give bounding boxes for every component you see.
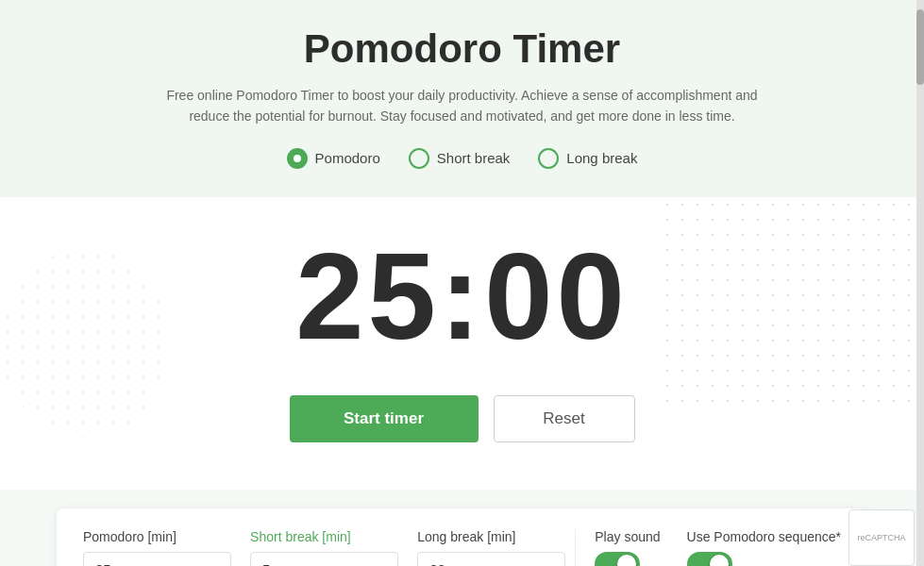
recaptcha-text: reCAPTCHA: [857, 533, 905, 542]
long-break-input[interactable]: [417, 552, 565, 566]
start-timer-button[interactable]: Start timer: [290, 395, 479, 442]
pomodoro-input[interactable]: [83, 552, 231, 566]
play-sound-group: Play sound: [595, 529, 660, 566]
mode-pomodoro[interactable]: Pomodoro: [287, 148, 380, 169]
page-title: Pomodoro Timer: [19, 26, 905, 72]
toggle-controls: Play sound Use Pomodoro sequence*: [575, 529, 841, 566]
reset-button[interactable]: Reset: [494, 395, 635, 442]
timer-display: 25:00: [19, 235, 905, 358]
pomodoro-field-group: Pomodoro [min]: [83, 529, 250, 566]
settings-fields: Pomodoro [min] Short break [min] Long br…: [83, 529, 565, 566]
mode-long-break[interactable]: Long break: [538, 148, 637, 169]
short-break-field-group: Short break [min]: [250, 529, 417, 566]
use-sequence-toggle[interactable]: [687, 552, 732, 566]
mode-short-break-label: Short break: [437, 150, 511, 166]
pomodoro-label: Pomodoro [min]: [83, 529, 231, 544]
radio-long-break[interactable]: [538, 148, 559, 169]
play-sound-toggle[interactable]: [595, 552, 640, 566]
use-sequence-label: Use Pomodoro sequence*: [687, 529, 841, 544]
mode-long-break-label: Long break: [566, 150, 637, 166]
timer-section: 25:00 Start timer Reset: [0, 197, 924, 490]
short-break-label: Short break [min]: [250, 529, 398, 544]
subtitle: Free online Pomodoro Timer to boost your…: [160, 85, 764, 127]
scrollbar[interactable]: [916, 0, 924, 566]
use-sequence-group: Use Pomodoro sequence*: [687, 529, 841, 566]
mode-short-break[interactable]: Short break: [409, 148, 511, 169]
play-sound-label: Play sound: [595, 529, 660, 544]
mode-pomodoro-label: Pomodoro: [315, 150, 380, 166]
recaptcha-badge: reCAPTCHA: [848, 509, 915, 566]
radio-short-break[interactable]: [409, 148, 429, 169]
mode-selector: Pomodoro Short break Long break: [19, 148, 905, 169]
long-break-label: Long break [min]: [417, 529, 565, 544]
settings-section: Pomodoro [min] Short break [min] Long br…: [57, 508, 867, 566]
short-break-input[interactable]: [250, 552, 398, 566]
scrollbar-thumb[interactable]: [916, 9, 924, 85]
long-break-field-group: Long break [min]: [417, 529, 565, 566]
button-row: Start timer Reset: [19, 395, 905, 442]
header-section: Pomodoro Timer Free online Pomodoro Time…: [0, 0, 924, 197]
radio-pomodoro[interactable]: [287, 148, 308, 169]
